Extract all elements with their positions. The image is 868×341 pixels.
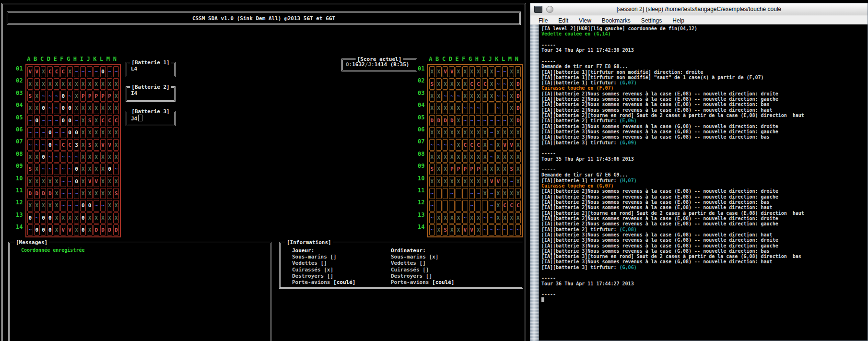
grid-cell: ~: [100, 200, 106, 211]
terminal-line: -----: [541, 167, 868, 172]
column-header: K: [92, 54, 98, 64]
row-header: 09: [418, 163, 427, 175]
row-header: 03: [418, 90, 427, 102]
konsole-window: [session 2] (sleep) /home/tests/langageC…: [530, 3, 868, 341]
grid-cell: X: [54, 78, 59, 89]
batterie-input-3[interactable]: [Batterie 3]J4: [126, 111, 176, 126]
grid-cell: ~: [74, 200, 80, 211]
grid-cell: C: [107, 115, 113, 126]
grid-cell: X: [443, 78, 448, 89]
grid-cell: X: [449, 212, 455, 223]
grid-cell: ~: [54, 152, 59, 163]
grid-cell: V: [489, 176, 494, 187]
grid-cell: X: [54, 212, 59, 223]
terminal-line: [IA][batterie 2]Nous sommes revenus à la…: [541, 216, 868, 221]
grid-cell: ~: [80, 66, 86, 77]
grid-cell: [436, 188, 442, 199]
grid-cell: X: [34, 78, 40, 89]
grid-cell: [462, 200, 468, 211]
scrollbar[interactable]: [530, 24, 539, 341]
grid-cell: D: [515, 91, 521, 102]
menu-bookmarks[interactable]: Bookmarks: [597, 17, 636, 24]
row-header: 08: [418, 151, 427, 163]
grid-cell: ~: [94, 200, 99, 211]
window-button[interactable]: [546, 6, 553, 13]
grid-cell: 0: [34, 115, 40, 126]
grid-cell: 0: [60, 91, 66, 102]
grid-cell: P: [456, 164, 461, 175]
column-header: N: [513, 54, 520, 64]
menu-edit[interactable]: Edit: [553, 17, 574, 24]
grid-cell: X: [489, 78, 494, 89]
grid-cell: X: [476, 224, 481, 235]
grid-cell: ~: [74, 152, 80, 163]
grid-cell: X: [449, 78, 455, 89]
window-titlebar[interactable]: [session 2] (sleep) /home/tests/langageC…: [530, 3, 868, 15]
menu-bar: FileEditViewBookmarksSettingsHelp: [530, 15, 868, 24]
terminal-line: Tour 34 Thu Apr 11 17:42:30 2013: [541, 47, 868, 53]
grid-cell: ~: [41, 115, 47, 126]
menu-view[interactable]: View: [574, 17, 597, 24]
grid-cell: X: [509, 78, 515, 89]
row-header: 02: [418, 77, 427, 89]
grid-cell: X: [436, 224, 442, 235]
grid-cell: 0: [41, 212, 47, 223]
player-grid: ABCDEFGHIJKLMN01020304050607080910111213…: [16, 54, 121, 237]
terminal-line: [541, 162, 868, 167]
grid-cell: 0: [67, 127, 73, 138]
grid-cell: ~: [60, 200, 66, 211]
grid-cell: ~: [67, 91, 73, 102]
grid-cell: [443, 200, 448, 211]
grid-cell: X: [100, 188, 106, 199]
grid-cell: ~: [27, 127, 33, 138]
row-header: 14: [16, 223, 25, 235]
informations-box: [Informations] Joueur:Sous-marins []Vede…: [279, 242, 523, 289]
terminal-line: [541, 37, 868, 42]
menu-help[interactable]: Help: [667, 17, 690, 24]
column-header: G: [467, 54, 474, 64]
terminal-output[interactable]: [IA level 2][HOR][lig gauche] coordonnée…: [539, 24, 868, 341]
grid-cell: 0: [41, 152, 47, 163]
grid-cell: X: [34, 200, 40, 211]
grid-cell: X: [67, 78, 73, 89]
grid-cell: X: [469, 66, 475, 77]
batterie-input-1[interactable]: [Batterie 1]L4: [126, 62, 176, 77]
menu-file[interactable]: File: [533, 17, 553, 24]
grid-cell: ~: [476, 103, 481, 114]
grid-cell: X: [469, 127, 475, 138]
grid-cell: X: [41, 200, 47, 211]
grid-cell: X: [515, 188, 521, 199]
grid-cell: X: [429, 91, 435, 102]
grid-cell: V: [509, 139, 515, 150]
grid-cell: X: [113, 176, 119, 187]
grid-cell: D: [515, 103, 521, 114]
row-header: 07: [16, 138, 25, 150]
grid-cell: X: [502, 212, 508, 223]
grid-cell: ~: [54, 103, 59, 114]
grid-cell: X: [47, 176, 53, 187]
grid-cell: 0: [67, 103, 73, 114]
grid-cell: X: [80, 176, 86, 187]
terminal-cursor: [541, 297, 544, 302]
column-header: I: [480, 54, 487, 64]
grid-cell: X: [113, 212, 119, 223]
grid-cell: X: [482, 91, 488, 102]
grid-cell: X: [80, 115, 86, 126]
grid-cell: 0: [74, 127, 80, 138]
grid-cell: X: [87, 127, 93, 138]
grid-cell: X: [482, 127, 488, 138]
grid-cell: ~: [502, 91, 508, 102]
grid-cell: ~: [469, 103, 475, 114]
grid-cell: ~: [509, 224, 515, 235]
terminal-line: [IA][batterie 2]Nous sommes revenus à la…: [541, 194, 868, 200]
grid-cell: S: [27, 164, 33, 175]
ship-status-row: Porte-avions [coulé]: [292, 279, 391, 285]
grid-cell: D: [449, 115, 455, 126]
grid-cell: P: [87, 91, 93, 102]
grid-cell: V: [27, 66, 33, 77]
grid-cell: X: [41, 66, 47, 77]
grid-cell: X: [27, 152, 33, 163]
menu-settings[interactable]: Settings: [636, 17, 667, 24]
grid-cell: X: [94, 127, 99, 138]
batterie-input-2[interactable]: [Batterie 2]I4: [126, 86, 176, 102]
